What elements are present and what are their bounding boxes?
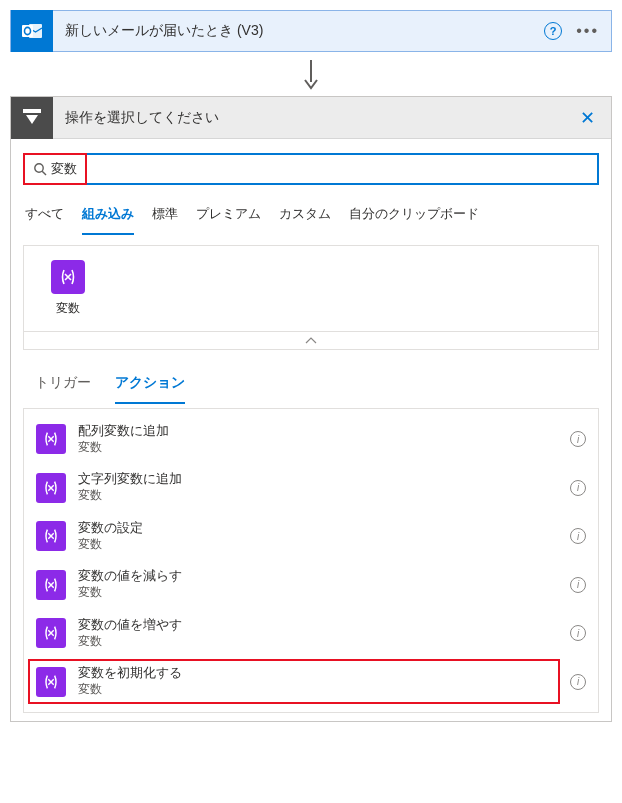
action-title: 変数の値を増やす bbox=[78, 617, 558, 634]
action-row-2[interactable]: 変数の設定変数i bbox=[24, 512, 598, 560]
variable-icon bbox=[36, 570, 66, 600]
connector-item-variable[interactable]: 変数 bbox=[38, 260, 98, 317]
tab-trigger[interactable]: トリガー bbox=[35, 368, 91, 404]
action-text: 文字列変数に追加変数 bbox=[78, 471, 558, 503]
variable-icon bbox=[36, 473, 66, 503]
action-subtitle: 変数 bbox=[78, 585, 558, 601]
operation-header-icon bbox=[11, 97, 53, 139]
variable-icon bbox=[36, 618, 66, 648]
choose-operation-title: 操作を選択してください bbox=[53, 109, 574, 127]
info-icon[interactable]: i bbox=[570, 577, 586, 593]
category-tab-2[interactable]: 標準 bbox=[152, 199, 178, 235]
search-icon bbox=[31, 162, 51, 176]
action-title: 変数を初期化する bbox=[78, 665, 558, 682]
choose-operation-header: 操作を選択してください ✕ bbox=[11, 97, 611, 139]
variable-icon bbox=[36, 521, 66, 551]
category-tab-1[interactable]: 組み込み bbox=[82, 199, 134, 235]
search-input[interactable] bbox=[51, 162, 591, 177]
action-text: 変数の値を増やす変数 bbox=[78, 617, 558, 649]
outlook-icon bbox=[11, 10, 53, 52]
category-tab-0[interactable]: すべて bbox=[25, 199, 64, 235]
connector-list: 変数 bbox=[23, 245, 599, 332]
action-list[interactable]: 配列変数に追加変数i文字列変数に追加変数i変数の設定変数i変数の値を減らす変数i… bbox=[23, 408, 599, 713]
action-row-5[interactable]: 変数を初期化する変数i bbox=[24, 657, 598, 705]
action-text: 変数の設定変数 bbox=[78, 520, 558, 552]
action-title: 文字列変数に追加 bbox=[78, 471, 558, 488]
info-icon[interactable]: i bbox=[570, 480, 586, 496]
category-tab-3[interactable]: プレミアム bbox=[196, 199, 261, 235]
category-tab-4[interactable]: カスタム bbox=[279, 199, 331, 235]
tab-action[interactable]: アクション bbox=[115, 368, 185, 404]
more-icon[interactable]: ••• bbox=[576, 23, 599, 39]
action-text: 配列変数に追加変数 bbox=[78, 423, 558, 455]
info-icon[interactable]: i bbox=[570, 625, 586, 641]
trigger-action-tabs: トリガー アクション bbox=[23, 350, 599, 404]
flow-arrow bbox=[10, 52, 612, 96]
search-input-wrap[interactable] bbox=[23, 153, 599, 185]
choose-operation-card: 操作を選択してください ✕ すべて組み込み標準プレミアムカスタム自分のクリップボ… bbox=[10, 96, 612, 722]
variable-icon bbox=[36, 667, 66, 697]
svg-line-6 bbox=[42, 171, 46, 175]
info-icon[interactable]: i bbox=[570, 431, 586, 447]
action-text: 変数の値を減らす変数 bbox=[78, 568, 558, 600]
trigger-card[interactable]: 新しいメールが届いたとき (V3) ? ••• bbox=[10, 10, 612, 52]
svg-rect-4 bbox=[23, 109, 41, 113]
connector-label: 変数 bbox=[56, 300, 80, 317]
info-icon[interactable]: i bbox=[570, 528, 586, 544]
variable-icon bbox=[51, 260, 85, 294]
category-tabs: すべて組み込み標準プレミアムカスタム自分のクリップボード bbox=[23, 185, 599, 235]
chevron-up-icon bbox=[305, 337, 317, 345]
info-icon[interactable]: i bbox=[570, 674, 586, 690]
collapse-bar[interactable] bbox=[23, 332, 599, 350]
action-subtitle: 変数 bbox=[78, 440, 558, 456]
action-subtitle: 変数 bbox=[78, 682, 558, 698]
action-title: 変数の設定 bbox=[78, 520, 558, 537]
action-row-4[interactable]: 変数の値を増やす変数i bbox=[24, 609, 598, 657]
action-subtitle: 変数 bbox=[78, 537, 558, 553]
action-subtitle: 変数 bbox=[78, 634, 558, 650]
action-title: 変数の値を減らす bbox=[78, 568, 558, 585]
trigger-title: 新しいメールが届いたとき (V3) bbox=[53, 22, 544, 40]
action-row-1[interactable]: 文字列変数に追加変数i bbox=[24, 463, 598, 511]
variable-icon bbox=[36, 424, 66, 454]
action-text: 変数を初期化する変数 bbox=[78, 665, 558, 697]
action-row-0[interactable]: 配列変数に追加変数i bbox=[24, 415, 598, 463]
action-title: 配列変数に追加 bbox=[78, 423, 558, 440]
help-icon[interactable]: ? bbox=[544, 22, 562, 40]
svg-point-5 bbox=[35, 164, 43, 172]
category-tab-5[interactable]: 自分のクリップボード bbox=[349, 199, 479, 235]
close-icon[interactable]: ✕ bbox=[574, 103, 601, 133]
action-subtitle: 変数 bbox=[78, 488, 558, 504]
action-row-3[interactable]: 変数の値を減らす変数i bbox=[24, 560, 598, 608]
